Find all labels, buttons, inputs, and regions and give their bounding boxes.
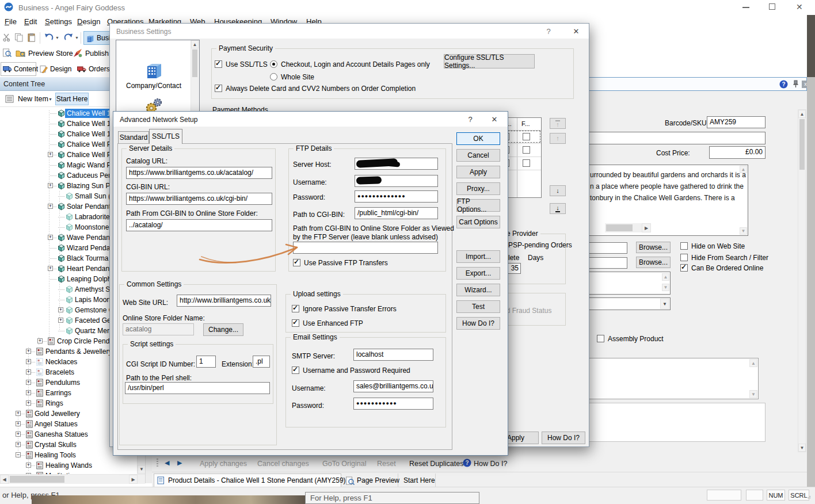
zoom-preview-icon[interactable]	[2, 48, 12, 58]
tree-item[interactable]: +Healing Wands	[0, 460, 137, 471]
expand-icon[interactable]: +	[16, 442, 21, 447]
expand-icon[interactable]: +	[16, 421, 21, 426]
move-up-button[interactable]: ↑	[550, 133, 566, 144]
cut-icon[interactable]	[2, 33, 12, 42]
tree-item-label[interactable]: Crop Circle Penda	[55, 337, 115, 346]
ok-button[interactable]: OK	[456, 132, 500, 145]
ftp-username-field[interactable]	[355, 175, 438, 187]
extension-field[interactable]: .pl	[253, 356, 270, 368]
expand-icon[interactable]: +	[48, 204, 53, 209]
pane-vertical-scrollbar[interactable]: ▲ ▼	[798, 109, 806, 452]
prev-arrow-icon[interactable]: ◀	[165, 459, 169, 467]
browse-button-1[interactable]: Browse...	[636, 242, 671, 253]
change-folder-button[interactable]: Change...	[203, 323, 243, 336]
resize-grip[interactable]: ⠴	[807, 494, 812, 500]
grid-horizontal-scrollbar[interactable]: ▶	[605, 223, 651, 232]
new-item-icon[interactable]	[5, 95, 14, 103]
paste-icon[interactable]	[27, 33, 36, 42]
redo-icon[interactable]	[63, 33, 74, 42]
tree-item-label[interactable]: Angel Statues	[33, 419, 79, 429]
listbox-scroll-up-icon[interactable]: ▲	[662, 273, 669, 281]
ftp-password-field[interactable]: ●●●●●●●●●●●●●	[355, 190, 438, 203]
use-passive-ftp-checkbox[interactable]: Use Passive FTP Transfers	[293, 258, 388, 267]
import-button[interactable]: Import...	[456, 250, 500, 263]
reset-button[interactable]: Reset	[377, 460, 396, 468]
combo-dropdown-icon[interactable]: ▼	[660, 299, 669, 309]
ssl-scope-checkout-radio[interactable]: Checkout, Login and Account Details Page…	[270, 60, 430, 68]
tree-horizontal-scrollbar[interactable]: ◀ ▶	[0, 474, 145, 484]
expand-icon[interactable]: +	[16, 411, 21, 416]
maximize-icon[interactable]	[769, 3, 775, 10]
next-arrow-icon[interactable]: ▶	[177, 459, 182, 467]
email-password-field[interactable]: ●●●●●●●●●●●	[353, 398, 433, 410]
expand-icon[interactable]: +	[26, 349, 31, 354]
tree-item-label[interactable]: Chalice Well 1	[65, 109, 112, 118]
cost-price-field[interactable]: £0.00	[709, 146, 766, 159]
tab-ssl-tls[interactable]: SSL/TLS	[149, 129, 182, 144]
tree-item-label[interactable]: Necklaces	[44, 357, 79, 366]
collapse-icon[interactable]: −	[16, 452, 21, 457]
expand-icon[interactable]: +	[26, 380, 31, 385]
how-do-i-button[interactable]: How Do I?	[456, 317, 500, 330]
tree-item-label[interactable]: Gold Jewellery	[33, 409, 82, 418]
tree-item-label[interactable]: Labradorite	[73, 212, 112, 222]
menu-item-file[interactable]: File	[5, 17, 17, 26]
cart-options-button[interactable]: Cart Options	[456, 216, 500, 228]
tree-item-label[interactable]: Moonstone	[73, 223, 111, 232]
wizard-button[interactable]: Wizard...	[456, 284, 500, 296]
tree-item-label[interactable]: Pendulums	[44, 378, 82, 387]
tree-item-label[interactable]: Chalice Well 1	[65, 129, 112, 139]
tree-item-label[interactable]: Pendants & Jewellery	[44, 347, 113, 356]
tree-item-label[interactable]: Lapis Moon	[73, 295, 112, 304]
payment-method-checkbox[interactable]	[523, 159, 530, 167]
configure-ssl-button[interactable]: Configure SSL/TLS Settings...	[444, 54, 535, 68]
expand-icon[interactable]: +	[58, 307, 63, 312]
copy-icon[interactable]	[14, 33, 24, 42]
export-button[interactable]: Export...	[456, 267, 500, 280]
ignore-passive-errors-checkbox[interactable]: Ignore Passive Transfer Errors	[292, 304, 397, 313]
expand-icon[interactable]: +	[48, 266, 53, 271]
cgi-script-id-field[interactable]: 1	[196, 356, 216, 368]
cgibin-url-field[interactable]: https://www.brilliantgems.co.uk/cgi-bin/	[126, 193, 272, 205]
tab-standard[interactable]: Standard	[118, 131, 149, 143]
tab-orders[interactable]: Orders	[75, 62, 113, 76]
minimize-icon[interactable]	[742, 7, 749, 8]
reset-duplicates-button[interactable]: Reset Duplicates	[409, 460, 464, 468]
tab-start-here[interactable]: Start Here	[399, 474, 436, 487]
smtp-server-field[interactable]: localhost	[353, 349, 433, 361]
proxy-button[interactable]: Proxy...	[456, 182, 500, 195]
tree-item-label[interactable]: Blazing Sun Pe	[65, 181, 116, 190]
apply-changes-button[interactable]: Apply changes	[200, 460, 247, 468]
expand-icon[interactable]: +	[58, 318, 63, 323]
can-be-ordered-online-checkbox[interactable]: Can Be Ordered Online	[680, 264, 763, 272]
test-button[interactable]: Test	[456, 300, 500, 313]
use-enhanced-ftp-checkbox[interactable]: Use Enhanced FTP	[292, 319, 363, 327]
cancel-button[interactable]: Cancel	[456, 149, 500, 162]
tree-item-label[interactable]: Ganesha Statues	[33, 430, 90, 439]
username-password-required-checkbox[interactable]: Username and Password Required	[292, 366, 410, 375]
server-host-field[interactable]	[355, 158, 438, 170]
tree-item-label[interactable]: Chalice Well 1	[65, 119, 112, 128]
apply-button[interactable]: Apply	[456, 166, 500, 178]
tree-item-label[interactable]: Faceted Ger	[73, 316, 115, 325]
tab-page-preview[interactable]: Page Preview	[342, 474, 398, 487]
pane-pin-icon[interactable]	[792, 80, 799, 88]
menu-item-design[interactable]: Design	[77, 17, 100, 26]
use-ssl-checkbox[interactable]: Use SSL/TLS	[215, 60, 268, 68]
description-scroll-up-icon[interactable]: ▲	[740, 166, 747, 173]
expand-icon[interactable]: +	[26, 390, 31, 395]
description-scroll-down-icon[interactable]: ▼	[740, 227, 747, 235]
path-from-cgibin-field[interactable]: ../acatalog/	[126, 219, 272, 231]
payment-method-checkbox[interactable]	[523, 133, 530, 140]
dialog-help-icon[interactable]: ?	[543, 26, 554, 36]
start-here-button[interactable]: Start Here	[55, 93, 89, 105]
hide-from-search-checkbox[interactable]: Hide From Search / Filter	[680, 253, 768, 262]
payment-method-checkbox[interactable]	[523, 146, 530, 154]
listbox-scroll-down-icon[interactable]: ▼	[662, 284, 669, 291]
assembly-product-checkbox[interactable]: Assembly Product	[597, 334, 664, 343]
tree-item-label[interactable]: Wave Pendant	[65, 233, 113, 242]
wide-listbox-down-icon[interactable]: ▼	[749, 390, 757, 398]
new-item-label[interactable]: New Item	[18, 95, 48, 103]
cancel-changes-button[interactable]: Cancel changes	[257, 460, 309, 468]
howdoi-help-icon[interactable]: ?	[463, 459, 471, 467]
